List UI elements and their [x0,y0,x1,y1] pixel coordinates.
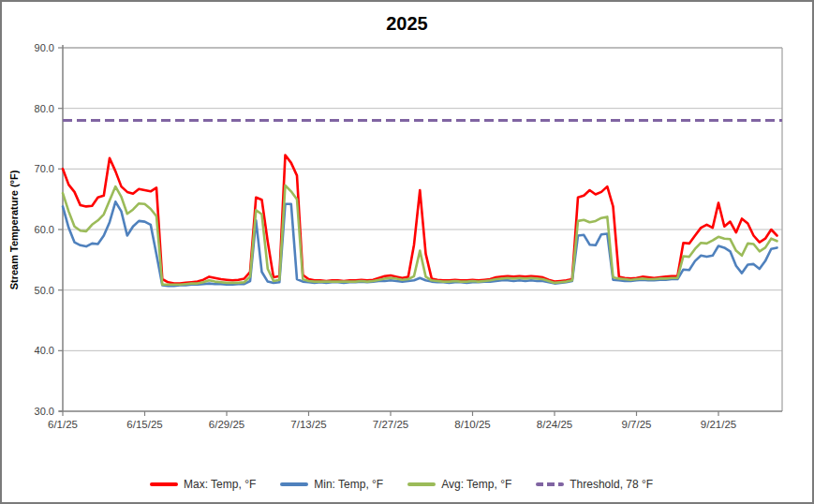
legend-label-min: Min: Temp, °F [314,478,383,491]
y-tick-label: 90.0 [35,42,54,53]
y-tick-label: 30.0 [35,406,54,417]
x-tick-label: 6/1/25 [48,419,78,430]
y-tick-label: 70.0 [35,163,54,174]
plot-area: 90.080.070.060.050.040.030.06/1/256/15/2… [2,2,814,504]
y-tick-label: 60.0 [35,224,54,235]
legend-item-max: Max: Temp, °F [150,478,256,491]
max-line-swatch-icon [150,482,178,486]
legend-item-min: Min: Temp, °F [280,478,383,491]
legend-label-max: Max: Temp, °F [184,478,256,491]
series-line-max [63,156,777,284]
legend-item-avg: Avg: Temp, °F [407,478,511,491]
x-tick-label: 7/27/25 [373,419,408,430]
x-tick-label: 6/15/25 [126,419,162,430]
legend: Max: Temp, °F Min: Temp, °F Avg: Temp, °… [150,478,653,491]
x-tick-label: 7/13/25 [290,419,326,430]
legend-label-threshold: Threshold, 78 °F [570,478,653,491]
chart-container: 2025 Stream Temperature (°F) 90.080.070.… [0,0,814,504]
x-tick-label: 8/10/25 [454,419,490,430]
y-tick-label: 50.0 [35,285,54,296]
series-line-min [63,201,777,286]
x-tick-label: 8/24/25 [537,419,572,430]
min-line-swatch-icon [280,482,308,486]
legend-item-threshold: Threshold, 78 °F [536,478,653,491]
avg-line-swatch-icon [407,482,436,486]
x-tick-label: 9/21/25 [701,419,736,430]
x-tick-label: 9/7/25 [622,419,652,430]
y-tick-label: 80.0 [35,103,54,114]
y-tick-label: 40.0 [35,345,54,356]
x-tick-label: 6/29/25 [209,419,244,430]
legend-label-avg: Avg: Temp, °F [441,478,511,491]
threshold-line-swatch-icon [536,482,564,486]
